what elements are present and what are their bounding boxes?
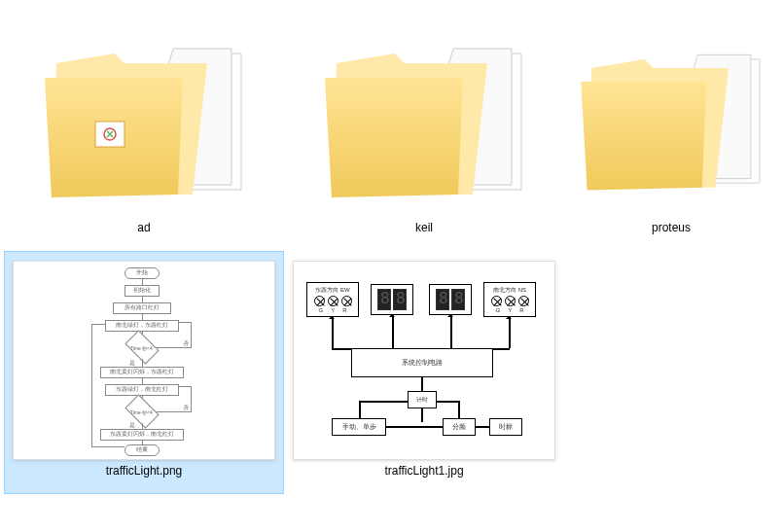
folder-label: keil bbox=[415, 219, 433, 234]
folder-item-keil[interactable]: keil bbox=[284, 8, 564, 251]
folder-label: proteus bbox=[652, 219, 691, 234]
image-label: trafficLight.png bbox=[106, 462, 183, 478]
folder-item-ad[interactable]: ad bbox=[4, 8, 284, 251]
folder-icon bbox=[293, 15, 555, 219]
image-label: trafficLight1.jpg bbox=[384, 462, 463, 478]
image-item-trafficlight-png[interactable]: 开始 初始化 所有路口红灯 南北绿灯，东西红灯 Time 秒<4 否 是 南北黄… bbox=[4, 251, 284, 494]
folder-icon bbox=[13, 15, 275, 219]
folder-label: ad bbox=[137, 219, 150, 234]
file-grid: ad keil bbox=[0, 0, 783, 502]
image-thumbnail: 东西方向 EW G Y R bbox=[293, 258, 555, 462]
image-thumbnail: 开始 初始化 所有路口红灯 南北绿灯，东西红灯 Time 秒<4 否 是 南北黄… bbox=[13, 258, 275, 462]
folder-item-proteus[interactable]: proteus bbox=[564, 8, 778, 251]
image-item-trafficlight1-jpg[interactable]: 东西方向 EW G Y R bbox=[284, 251, 564, 494]
folder-icon bbox=[569, 15, 773, 219]
